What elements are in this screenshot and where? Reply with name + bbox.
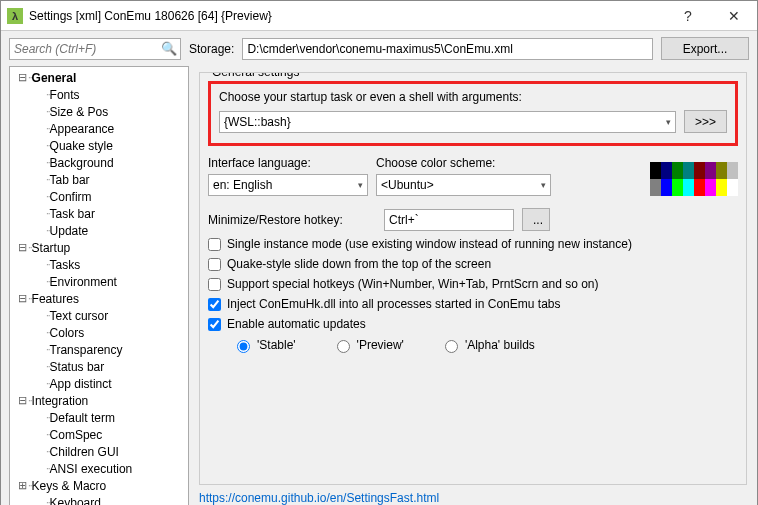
general-settings-group: General settings Choose your startup tas…	[199, 72, 747, 485]
color-swatch[interactable]	[650, 162, 661, 179]
tree-node[interactable]: ··Colors	[10, 324, 188, 341]
tree-label: Tasks	[50, 258, 81, 272]
tree-label: Startup	[32, 241, 71, 255]
tree-label: App distinct	[50, 377, 112, 391]
color-swatch[interactable]	[705, 179, 716, 196]
tree-node[interactable]: ··App distinct	[10, 375, 188, 392]
tree-node[interactable]: ··Children GUI	[10, 443, 188, 460]
nav-tree[interactable]: ⊟··General··Fonts··Size & Pos··Appearanc…	[10, 67, 188, 505]
special-hotkeys-checkbox[interactable]: Support special hotkeys (Win+Number, Win…	[208, 277, 738, 291]
color-swatch[interactable]	[661, 179, 672, 196]
language-combobox[interactable]: en: English ▾	[208, 174, 368, 196]
tree-node[interactable]: ⊟··Startup	[10, 239, 188, 256]
quake-style-checkbox[interactable]: Quake-style slide down from the top of t…	[208, 257, 738, 271]
tree-label: Colors	[50, 326, 85, 340]
color-swatch[interactable]	[727, 162, 738, 179]
tree-node[interactable]: ··Confirm	[10, 188, 188, 205]
expander-icon[interactable]: ⊟	[16, 241, 28, 254]
tree-label: Features	[32, 292, 79, 306]
tree-node[interactable]: ··ComSpec	[10, 426, 188, 443]
color-swatches[interactable]	[650, 162, 738, 196]
color-swatch[interactable]	[705, 162, 716, 179]
tree-node[interactable]: ··Keyboard	[10, 494, 188, 505]
group-title: General settings	[208, 72, 303, 79]
search-input[interactable]	[9, 38, 181, 60]
startup-task-combobox[interactable]: {WSL::bash} ▾	[219, 111, 676, 133]
hotkey-label: Minimize/Restore hotkey:	[208, 213, 368, 227]
scheme-combobox[interactable]: <Ubuntu> ▾	[376, 174, 551, 196]
help-button[interactable]: ?	[665, 1, 711, 31]
color-swatch[interactable]	[727, 179, 738, 196]
tree-node[interactable]: ··Status bar	[10, 358, 188, 375]
tree-node[interactable]: ⊟··General	[10, 69, 188, 86]
tree-node[interactable]: ⊞··Keys & Macro	[10, 477, 188, 494]
color-swatch[interactable]	[716, 162, 727, 179]
update-channel-radios: 'Stable' 'Preview' 'Alpha' builds	[232, 337, 738, 353]
tree-node[interactable]: ··Appearance	[10, 120, 188, 137]
tree-label: ANSI execution	[50, 462, 133, 476]
color-swatch[interactable]	[694, 162, 705, 179]
scheme-value: <Ubuntu>	[381, 178, 434, 192]
tree-label: Confirm	[50, 190, 92, 204]
settings-window: λ Settings [xml] ConEmu 180626 [64] {Pre…	[0, 0, 758, 505]
startup-task-highlight: Choose your startup task or even a shell…	[208, 81, 738, 146]
tree-label: Quake style	[50, 139, 113, 153]
alpha-radio[interactable]: 'Alpha' builds	[440, 337, 535, 353]
language-value: en: English	[213, 178, 272, 192]
tree-node[interactable]: ··Task bar	[10, 205, 188, 222]
tree-node[interactable]: ··Background	[10, 154, 188, 171]
scheme-label: Choose color scheme:	[376, 156, 551, 170]
startup-task-value: {WSL::bash}	[224, 115, 291, 129]
tree-node[interactable]: ··Environment	[10, 273, 188, 290]
tree-node[interactable]: ⊟··Features	[10, 290, 188, 307]
tree-node[interactable]: ··Tasks	[10, 256, 188, 273]
storage-label: Storage:	[189, 42, 234, 56]
tree-label: Default term	[50, 411, 115, 425]
tree-label: Text cursor	[50, 309, 109, 323]
tree-label: Children GUI	[50, 445, 119, 459]
auto-updates-checkbox[interactable]: Enable automatic updates	[208, 317, 738, 331]
export-button[interactable]: Export...	[661, 37, 749, 60]
tree-label: Appearance	[50, 122, 115, 136]
close-button[interactable]: ✕	[711, 1, 757, 31]
stable-radio[interactable]: 'Stable'	[232, 337, 296, 353]
tree-node[interactable]: ··Tab bar	[10, 171, 188, 188]
tree-node[interactable]: ⊟··Integration	[10, 392, 188, 409]
language-label: Interface language:	[208, 156, 368, 170]
tree-node[interactable]: ··Quake style	[10, 137, 188, 154]
tree-node[interactable]: ··Transparency	[10, 341, 188, 358]
tree-label: Size & Pos	[50, 105, 109, 119]
color-swatch[interactable]	[683, 179, 694, 196]
color-swatch[interactable]	[716, 179, 727, 196]
hotkey-choose-button[interactable]: ...	[522, 208, 550, 231]
hotkey-input[interactable]: Ctrl+`	[384, 209, 514, 231]
window-title: Settings [xml] ConEmu 180626 [64] {Previ…	[29, 9, 665, 23]
tree-node[interactable]: ··ANSI execution	[10, 460, 188, 477]
color-swatch[interactable]	[672, 162, 683, 179]
chevron-down-icon: ▾	[358, 180, 363, 190]
startup-more-button[interactable]: >>>	[684, 110, 727, 133]
tree-node[interactable]: ··Size & Pos	[10, 103, 188, 120]
inject-dll-checkbox[interactable]: Inject ConEmuHk.dll into all processes s…	[208, 297, 738, 311]
expander-icon[interactable]: ⊞	[16, 479, 28, 492]
docs-link[interactable]: https://conemu.github.io/en/SettingsFast…	[199, 491, 747, 505]
color-swatch[interactable]	[661, 162, 672, 179]
color-swatch[interactable]	[650, 179, 661, 196]
expander-icon[interactable]: ⊟	[16, 394, 28, 407]
preview-radio[interactable]: 'Preview'	[332, 337, 404, 353]
color-swatch[interactable]	[672, 179, 683, 196]
tree-node[interactable]: ··Text cursor	[10, 307, 188, 324]
storage-field[interactable]	[242, 38, 653, 60]
topbar: 🔍 Storage: Export...	[1, 31, 757, 66]
single-instance-checkbox[interactable]: Single instance mode (use existing windo…	[208, 237, 738, 251]
tree-label: Task bar	[50, 207, 95, 221]
tree-node[interactable]: ··Default term	[10, 409, 188, 426]
chevron-down-icon: ▾	[666, 117, 671, 127]
tree-label: Environment	[50, 275, 117, 289]
color-swatch[interactable]	[694, 179, 705, 196]
tree-node[interactable]: ··Update	[10, 222, 188, 239]
expander-icon[interactable]: ⊟	[16, 292, 28, 305]
tree-node[interactable]: ··Fonts	[10, 86, 188, 103]
color-swatch[interactable]	[683, 162, 694, 179]
expander-icon[interactable]: ⊟	[16, 71, 28, 84]
